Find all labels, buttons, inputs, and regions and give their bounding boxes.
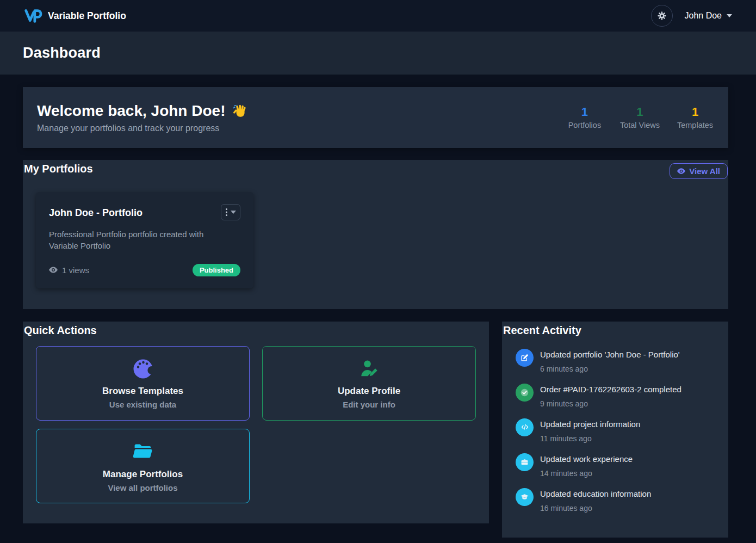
activity-text: Updated education information xyxy=(540,488,651,498)
browse-templates-label: Browse Templates xyxy=(102,386,183,397)
gear-icon xyxy=(657,11,667,21)
activity-text: Updated work experience xyxy=(540,453,633,464)
update-profile-card[interactable]: Update Profile Edit your info xyxy=(262,346,476,421)
welcome-title: Welcome back, John Doe! xyxy=(37,102,225,120)
stat-templates: 1 Templates xyxy=(676,106,714,129)
palette-icon xyxy=(132,357,154,380)
views-count: 1 views xyxy=(49,266,89,275)
eye-icon xyxy=(677,167,685,175)
stat-portfolios: 1 Portfolios xyxy=(566,106,604,129)
welcome-text-block: Welcome back, John Doe! xyxy=(37,102,248,133)
quick-actions-section: Quick Actions Browse Template xyxy=(23,322,489,523)
brand[interactable]: Variable Portfolio xyxy=(23,6,126,26)
welcome-subtitle: Manage your portfolios and track your pr… xyxy=(37,124,248,133)
activity-list: Updated portfolio 'John Doe - Portfolio'… xyxy=(516,349,715,513)
manage-portfolios-card[interactable]: Manage Portfolios View all portfolios xyxy=(36,429,250,503)
update-profile-label: Update Profile xyxy=(338,386,400,397)
portfolio-card-title: John Doe - Portfolio xyxy=(49,204,142,219)
folder-open-icon xyxy=(131,440,155,464)
view-all-button[interactable]: View All xyxy=(670,163,728,179)
activity-item: Updated education information 16 minutes… xyxy=(516,488,715,513)
navbar: Variable Portfolio xyxy=(0,0,756,32)
activity-item: Order #PAID-1762262603-2 completed 9 min… xyxy=(516,384,715,408)
code-slash-icon xyxy=(516,418,534,436)
my-portfolios-section: My Portfolios View All John Doe - Portfo… xyxy=(23,160,728,309)
stat-templates-label: Templates xyxy=(676,121,714,129)
stat-templates-value: 1 xyxy=(676,106,714,119)
stats-summary: 1 Portfolios 1 Total Views 1 Templates xyxy=(566,106,714,129)
three-dots-vertical-icon xyxy=(225,208,228,217)
waving-hand-icon xyxy=(232,103,248,119)
stat-total-views-value: 1 xyxy=(620,106,660,119)
activity-time: 6 minutes ago xyxy=(540,365,680,373)
manage-portfolios-subtitle: View all portfolios xyxy=(108,483,177,492)
stat-portfolios-value: 1 xyxy=(566,106,604,119)
portfolio-card[interactable]: John Doe - Portfolio Professional Portfo… xyxy=(36,192,253,288)
caret-down-icon xyxy=(727,14,732,17)
mortarboard-icon xyxy=(516,488,534,506)
browse-templates-subtitle: Use existing data xyxy=(109,400,176,409)
update-profile-subtitle: Edit your info xyxy=(343,400,395,409)
portfolio-description: Professional Portfolio portfolio created… xyxy=(49,229,231,252)
settings-button[interactable] xyxy=(651,5,673,27)
eye-icon xyxy=(49,266,58,274)
activity-item: Updated project information 11 minutes a… xyxy=(516,418,715,443)
activity-text: Order #PAID-1762262603-2 completed xyxy=(540,384,681,394)
vp-logo-icon xyxy=(23,6,44,26)
activity-text: Updated portfolio 'John Doe - Portfolio' xyxy=(540,349,680,359)
view-all-label: View All xyxy=(689,166,720,176)
activity-time: 16 minutes ago xyxy=(540,504,651,513)
activity-time: 9 minutes ago xyxy=(540,399,681,408)
activity-item: Updated work experience 14 minutes ago xyxy=(516,453,715,478)
activity-time: 14 minutes ago xyxy=(540,469,633,478)
check-circle-icon xyxy=(516,384,534,402)
quick-actions-title: Quick Actions xyxy=(24,323,97,338)
recent-activity-section: Recent Activity Updated portfolio 'John … xyxy=(502,322,728,538)
page-title: Dashboard xyxy=(23,45,101,61)
browse-templates-card[interactable]: Browse Templates Use existing data xyxy=(36,346,250,421)
status-badge: Published xyxy=(193,264,240,276)
user-name: John Doe xyxy=(685,11,722,21)
stat-total-views-label: Total Views xyxy=(620,121,660,129)
pencil-square-icon xyxy=(516,349,534,367)
brand-label: Variable Portfolio xyxy=(48,10,126,22)
page-header: Dashboard xyxy=(0,32,756,75)
welcome-card: Welcome back, John Doe! xyxy=(23,87,728,148)
person-edit-icon xyxy=(358,357,381,380)
recent-activity-title: Recent Activity xyxy=(503,323,581,338)
portfolio-menu-button[interactable] xyxy=(221,204,240,220)
manage-portfolios-label: Manage Portfolios xyxy=(103,469,183,480)
stat-total-views: 1 Total Views xyxy=(620,106,660,129)
navbar-right: John Doe xyxy=(651,5,733,27)
views-label: 1 views xyxy=(62,266,89,275)
activity-time: 11 minutes ago xyxy=(540,434,640,443)
caret-down-icon xyxy=(231,211,236,214)
main-content: Welcome back, John Doe! xyxy=(0,75,756,538)
my-portfolios-title: My Portfolios xyxy=(24,162,93,176)
user-dropdown[interactable]: John Doe xyxy=(685,11,733,21)
briefcase-icon xyxy=(516,453,534,471)
activity-text: Updated project information xyxy=(540,418,640,429)
activity-item: Updated portfolio 'John Doe - Portfolio'… xyxy=(516,349,715,373)
stat-portfolios-label: Portfolios xyxy=(566,121,604,129)
